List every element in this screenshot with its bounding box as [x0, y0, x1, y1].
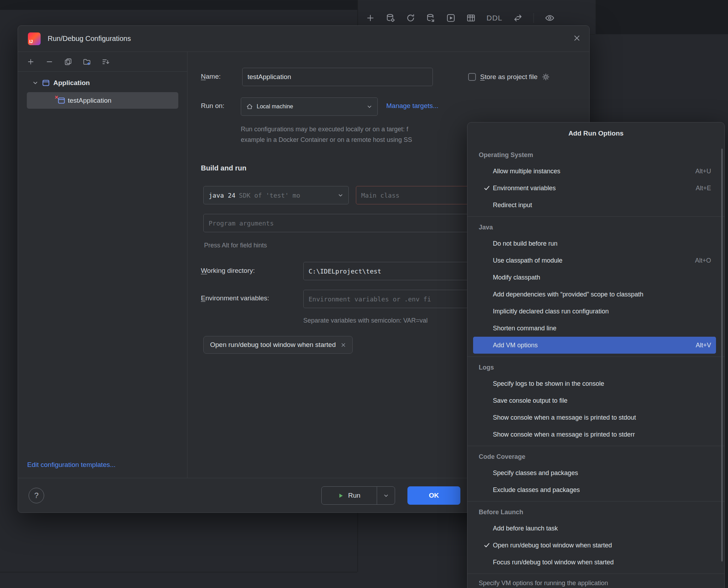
- name-input[interactable]: [242, 68, 433, 86]
- popup-item-shortcut: Alt+U: [695, 168, 711, 175]
- popup-item-label: Specify classes and packages: [493, 469, 578, 477]
- close-button[interactable]: [573, 34, 581, 42]
- checkmark-icon: [484, 185, 490, 191]
- tree-item-testapplication[interactable]: × testApplication: [27, 92, 178, 109]
- popup-menu-item[interactable]: Show console when a message is printed t…: [473, 426, 716, 443]
- edit-configuration-templates-link[interactable]: Edit configuration templates...: [27, 461, 115, 469]
- popup-section-separator: [467, 446, 724, 446]
- popup-menu-item[interactable]: Implicitly declared class run configurat…: [473, 303, 716, 320]
- popup-item-label: Specify logs to be shown in the console: [493, 380, 604, 388]
- tool-window-option-chip: Open run/debug tool window when started: [203, 336, 353, 354]
- new-folder-button[interactable]: [83, 58, 91, 66]
- popup-item-label: Do not build before run: [493, 240, 557, 247]
- alt-hint-text: Press Alt for field hints: [204, 242, 267, 249]
- popup-item-label: Add before launch task: [493, 525, 558, 532]
- toolbar-separator: [533, 13, 534, 23]
- popup-menu-item[interactable]: Save console output to file: [473, 392, 716, 409]
- popup-status-text: Specify VM options for running the appli…: [467, 574, 724, 588]
- popup-item-label: Environment variables: [493, 185, 556, 192]
- tree-item-label: testApplication: [68, 97, 112, 104]
- sort-configurations-button[interactable]: [102, 58, 109, 66]
- store-as-project-file-label: Store as project file: [480, 73, 538, 81]
- popup-section-header: Code Coverage: [467, 449, 724, 464]
- run-button-label: Run: [348, 492, 360, 499]
- ok-button[interactable]: OK: [407, 486, 460, 505]
- popup-menu-item[interactable]: Environment variablesAlt+E: [473, 180, 716, 197]
- run-on-select[interactable]: Local machine: [241, 97, 378, 116]
- popup-menu-item[interactable]: Use classpath of moduleAlt+O: [473, 252, 716, 269]
- popup-menu-item[interactable]: Modify classpath: [473, 269, 716, 286]
- error-cross-icon: ×: [55, 94, 58, 101]
- environment-variables-label: Environment variables:: [201, 294, 269, 302]
- jre-value: java 24: [209, 192, 235, 199]
- add-configuration-button[interactable]: [27, 58, 35, 66]
- store-as-project-file-row: Store as project file: [468, 70, 550, 84]
- popup-menu-item[interactable]: Show console when a message is printed t…: [473, 409, 716, 426]
- program-arguments-input[interactable]: [203, 214, 504, 232]
- popup-menu-item[interactable]: Exclude classes and packages: [473, 481, 716, 498]
- dialog-title: Run/Debug Configurations: [48, 35, 131, 43]
- popup-section-header: Before Launch: [467, 504, 724, 520]
- popup-menu-item[interactable]: Specify classes and packages: [473, 464, 716, 481]
- store-as-project-file-checkbox[interactable]: [468, 73, 476, 81]
- chip-remove-icon[interactable]: [341, 342, 346, 348]
- popup-item-label: Allow multiple instances: [493, 168, 560, 175]
- popup-menu-item[interactable]: Do not build before run: [473, 235, 716, 252]
- popup-menu-item[interactable]: Add VM optionsAlt+V: [473, 337, 716, 354]
- chevron-down-icon: [32, 80, 38, 86]
- jre-select[interactable]: java 24 SDK of 'test' mo: [203, 186, 349, 204]
- popup-menu-item[interactable]: Open run/debug tool window when started: [473, 537, 716, 554]
- help-button[interactable]: ?: [29, 488, 44, 503]
- add-icon[interactable]: [366, 13, 375, 23]
- tree-item-label: Application: [53, 79, 90, 87]
- chip-label: Open run/debug tool window when started: [210, 341, 336, 349]
- popup-item-label: Show console when a message is printed t…: [493, 414, 636, 421]
- popup-section-separator: [467, 501, 724, 502]
- popup-section-separator: [467, 356, 724, 357]
- run-console-icon[interactable]: [446, 13, 455, 23]
- ddl-button[interactable]: DDL: [487, 14, 502, 22]
- tree-item-application[interactable]: Application: [18, 75, 187, 91]
- name-label: Name:: [201, 73, 221, 80]
- table-icon[interactable]: [466, 13, 476, 23]
- run-button[interactable]: Run: [321, 486, 395, 505]
- manage-targets-link[interactable]: Manage targets...: [386, 102, 438, 110]
- run-on-help-line2: example in a Docker Container or on a re…: [241, 136, 412, 144]
- run-on-value: Local machine: [257, 103, 293, 110]
- run-config-invalid-icon: ×: [58, 97, 65, 104]
- window-top-strip: [0, 0, 357, 10]
- popup-title: Add Run Options: [467, 122, 724, 144]
- popup-sections: Operating SystemAllow multiple instances…: [467, 147, 724, 571]
- remove-configuration-button[interactable]: [46, 58, 53, 66]
- disconnect-icon[interactable]: [426, 13, 435, 23]
- run-options-dropdown-button[interactable]: [377, 493, 395, 499]
- popup-menu-item[interactable]: Focus run/debug tool window when started: [473, 554, 716, 571]
- popup-item-shortcut: Alt+O: [695, 257, 711, 264]
- popup-scrollbar[interactable]: [721, 149, 723, 562]
- popup-item-label: Implicitly declared class run configurat…: [493, 308, 609, 315]
- popup-section-separator: [467, 216, 724, 217]
- popup-menu-item[interactable]: Specify logs to be shown in the console: [473, 375, 716, 392]
- popup-item-label: Focus run/debug tool window when started: [493, 559, 614, 566]
- popup-menu-item[interactable]: Shorten command line: [473, 320, 716, 337]
- popup-item-label: Open run/debug tool window when started: [493, 542, 612, 549]
- popup-menu-item[interactable]: Allow multiple instancesAlt+U: [473, 163, 716, 180]
- configurations-tree-panel: Application × testApplication Edit confi…: [18, 52, 187, 478]
- compare-icon[interactable]: [513, 13, 523, 23]
- popup-menu-item[interactable]: Redirect input: [473, 197, 716, 214]
- refresh-icon[interactable]: [406, 13, 415, 23]
- gear-icon[interactable]: [542, 73, 550, 81]
- preview-eye-icon[interactable]: [545, 13, 555, 23]
- copy-configuration-button[interactable]: [64, 58, 72, 66]
- home-icon: [246, 103, 253, 110]
- build-and-run-heading: Build and run: [201, 164, 246, 172]
- popup-menu-item[interactable]: Add before launch task: [473, 520, 716, 537]
- data-source-properties-icon[interactable]: [386, 13, 395, 23]
- working-directory-label: Working directory:: [201, 267, 255, 275]
- environment-variables-hint: Separate variables with semicolon: VAR=v…: [303, 317, 428, 324]
- popup-item-label: Exclude classes and packages: [493, 486, 580, 494]
- run-play-icon: [338, 493, 344, 499]
- popup-menu-item[interactable]: Add dependencies with “provided” scope t…: [473, 286, 716, 303]
- intellij-logo-icon: IJ: [28, 32, 41, 45]
- popup-item-shortcut: Alt+V: [696, 342, 711, 349]
